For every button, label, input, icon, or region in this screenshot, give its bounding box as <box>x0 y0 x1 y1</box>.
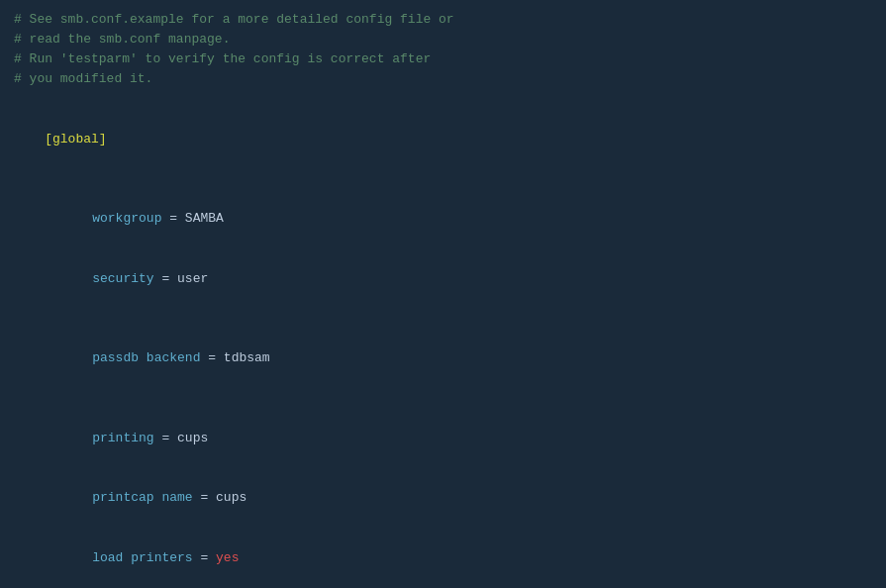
global-section-header: [global] <box>14 110 872 169</box>
global-printing: printing = cups <box>14 409 872 468</box>
global-load-printers: load printers = yes <box>14 529 872 588</box>
global-passdb: passdb backend = tdbsam <box>14 329 872 388</box>
comment-line-1: # See smb.conf.example for a more detail… <box>14 10 872 30</box>
comment-line-4: # you modified it. <box>14 69 872 89</box>
editor-content: # See smb.conf.example for a more detail… <box>14 10 872 588</box>
comment-line-2: # read the smb.conf manpage. <box>14 30 872 49</box>
global-workgroup: workgroup = SAMBA <box>14 189 872 248</box>
global-printcap: printcap name = cups <box>14 468 872 528</box>
comment-line-3: # Run 'testparm' to verify the config is… <box>14 49 872 69</box>
global-security: security = user <box>14 249 872 309</box>
